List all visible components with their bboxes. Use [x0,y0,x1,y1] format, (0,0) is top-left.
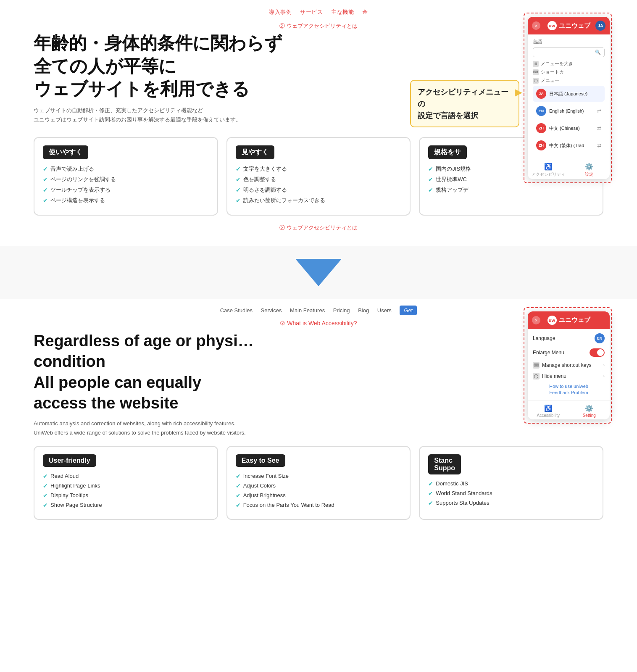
nav-item-casestudies[interactable]: 導入事例 [269,9,292,15]
list-item: ✔ 音声で読み上げる [43,165,209,173]
lang-name-ja: 日本語 (Japanese) [549,91,601,97]
list-item: ✔ 規格アップデ [428,186,594,194]
top-what-link2[interactable]: ② ウェブアクセシビリティとは [0,224,637,232]
accessibility-icon: ♿ [528,163,569,171]
card-title-userfriendly: 使いやすく [43,145,88,159]
bottom-card-easytosee: Easy to See ✔ Increase Font Size ✔ Adjus… [226,446,411,520]
check-icon: ✔ [236,492,241,499]
shortcut-keys-icon: ⌨ [533,362,540,369]
lang-name-en: English (English) [549,108,597,113]
check-icon: ✔ [428,176,433,183]
enlarge-icon: ⊞ [533,61,539,67]
lang-item-zh[interactable]: ZH 中文 (Chinese) ⇄ [533,120,605,136]
how-to-use-link[interactable]: How to use uniweb [533,384,605,389]
lang-item-zhtw[interactable]: ZH 中文 (繁体) (Trad ⇄ [533,137,605,153]
bottom-nav-users[interactable]: Users [377,307,392,314]
footer-accessibility-bottom[interactable]: ♿ Accessibility [528,404,569,418]
shortcut-row: ⌨ ショートカ [533,69,605,75]
check-icon: ✔ [43,473,48,480]
uniweb-modal-top: × uw ユニウェブ JA 言語 🔍 ⊞ メニュー [528,17,610,179]
list-item: ✔ Adjust Colors [236,482,402,489]
list-item: ✔ Show Page Structure [43,502,209,509]
check-icon: ✔ [236,176,241,183]
translate-icon: ⇄ [597,108,601,114]
lang-item-ja[interactable]: JA 日本語 (Japanese) [533,86,605,102]
language-search-input[interactable] [537,50,595,55]
bottom-nav-pricing[interactable]: Pricing [333,307,350,314]
modal-overlay-top: アクセシビリティメニューの 設定で言語を選択 × uw ユニウェブ JA 言語 [524,13,612,183]
footer-settings[interactable]: ⚙️ 設定 [569,163,610,177]
modal-close-button-bottom[interactable]: × [532,316,540,324]
list-item: ✔ ツールチップを表示する [43,186,209,194]
list-item: ✔ Read Aloud [43,473,209,480]
shortcut-icon: ⌨ [533,69,539,75]
list-item: ✔ Adjust Brightness [236,492,402,499]
logo-icon: uw [548,21,557,30]
bottom-nav-services[interactable]: Services [261,307,282,314]
bottom-nav-casestudies[interactable]: Case Studies [220,307,253,314]
hide-menu-icon: ◯ [533,373,540,379]
translate-icon: ⇄ [597,125,601,131]
footer-settings-bottom[interactable]: ⚙️ Setting [569,404,610,418]
nav-item-pricing[interactable]: 金 [362,9,368,15]
lang-badge-zh-small: ZH [536,123,546,133]
bottom-nav-blog[interactable]: Blog [358,307,369,314]
bottom-nav-features[interactable]: Main Features [290,307,325,314]
check-icon: ✔ [236,166,241,172]
enlarge-menu-label: Enlarge Menu [533,350,564,356]
hide-menu-label: Hide menu [542,373,566,379]
bottom-cards-row: User-friendly ✔ Read Aloud ✔ Highlight P… [0,446,637,520]
lang-badge-zhtw-small: ZH [536,140,546,150]
check-icon: ✔ [43,482,48,489]
nav-item-features[interactable]: 主な機能 [331,9,354,15]
check-icon: ✔ [43,187,48,193]
footer-accessibility[interactable]: ♿ アクセシビリティ [528,163,569,177]
lang-item-en[interactable]: EN English (English) ⇄ [533,103,605,119]
check-icon: ✔ [43,492,48,499]
card-title-standards: 規格をサ [428,145,467,159]
list-item: ✔ Supports Sta Updates [428,500,594,506]
shortcut-keys-row[interactable]: ⌨ Manage shortcut keys › [533,362,605,369]
enlarge-menu-toggle[interactable] [590,348,605,357]
list-item: ✔ Focus on the Parts You Want to Read [236,502,402,509]
list-item: ✔ ページ構造を表示する [43,197,209,204]
modal-footer-top: ♿ アクセシビリティ ⚙️ 設定 [528,159,610,179]
card-list-easytosee: ✔ 文字を大きくする ✔ 色を調整する ✔ 明るさを調節する ✔ 読みたい箇所に… [236,165,402,204]
dashed-box-bottom: × uw ユニウェブ Language EN Enlarge Menu [524,307,612,424]
get-button[interactable]: Get [400,306,417,315]
chevron-right-icon: › [603,374,605,378]
lang-badge-en[interactable]: EN [595,333,605,343]
hide-menu-row-bottom[interactable]: ◯ Hide menu › [533,373,605,379]
dashed-box-top: × uw ユニウェブ JA 言語 🔍 ⊞ メニュー [524,13,612,183]
check-icon: ✔ [428,187,433,193]
check-icon: ✔ [428,500,433,506]
modal-body-top: 言語 🔍 ⊞ メニューを大き ⌨ ショートカ [528,34,610,159]
lang-badge-ja[interactable]: JA [595,21,605,31]
language-list: JA 日本語 (Japanese) EN English (English) ⇄… [533,86,605,153]
arrow-divider [0,246,637,299]
modal-overlay-bottom: × uw ユニウェブ Language EN Enlarge Menu [524,307,612,424]
check-icon: ✔ [43,166,48,172]
list-item: ✔ 読みたい箇所にフォーカスできる [236,197,402,204]
nav-item-services[interactable]: サービス [300,9,323,15]
bottom-card-standards: Stanc Suppo ✔ Domestic JIS ✔ World Stand… [419,446,603,520]
language-label: Language [533,335,555,341]
bottom-card-list-standards: ✔ Domestic JIS ✔ World Stand Standards ✔… [428,480,594,506]
language-search-row[interactable]: 🔍 [533,47,605,57]
hide-icon: ◯ [533,78,539,84]
list-item: ✔ Display Tooltips [43,492,209,499]
chevron-right-icon: › [603,363,605,367]
section-label-language: 言語 [533,39,605,45]
bottom-card-title-standards: Stanc Suppo [428,454,461,474]
top-card-easytosee: 見やすく ✔ 文字を大きくする ✔ 色を調整する ✔ 明るさを調節する ✔ 読み… [226,137,411,216]
hide-menu-row: ◯ メニュー [533,77,605,84]
lang-name-zhtw: 中文 (繁体) (Trad [549,142,597,149]
modal-close-button[interactable]: × [532,21,540,30]
bottom-card-userfriendly: User-friendly ✔ Read Aloud ✔ Highlight P… [34,446,218,520]
modal-header-top: × uw ユニウェブ JA [528,17,610,34]
check-icon: ✔ [236,482,241,489]
lang-name-zh: 中文 (Chinese) [549,125,597,132]
feedback-link[interactable]: Feedback Problem [533,390,605,395]
bottom-card-title-easytosee: Easy to See [236,454,285,467]
bottom-section: Case Studies Services Main Features Pric… [0,299,637,541]
